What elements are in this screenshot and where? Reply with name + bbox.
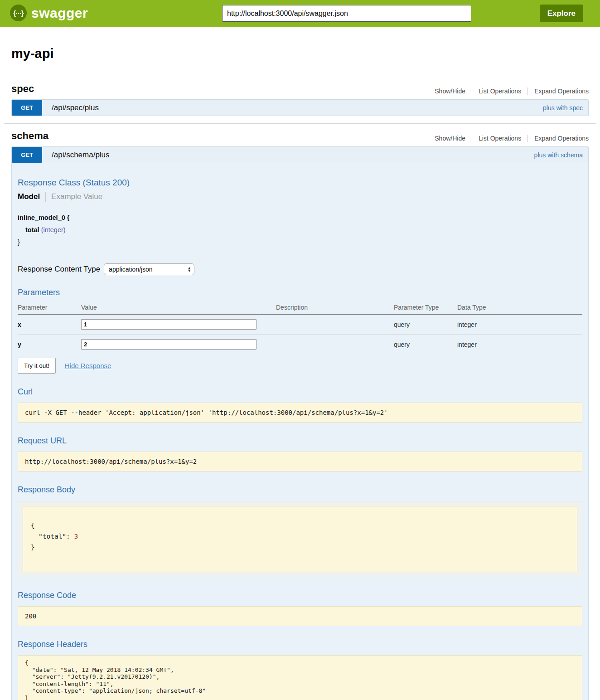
schema-section-header: schema Show/Hide List Operations Expand … [11,130,589,142]
response-headers: { "date": "Sat, 12 May 2018 14:02:34 GMT… [25,659,575,700]
curl-command-box: curl -X GET --header 'Accept: applicatio… [18,403,582,423]
schema-get-method-badge[interactable]: GET [12,147,42,163]
request-url-heading: Request URL [18,436,582,446]
response-body-close: } [31,542,569,553]
param-name-y: y [18,341,21,348]
api-title: my-api [11,46,589,61]
select-arrows-icon: ▲ ▼ [187,267,191,272]
response-code-heading: Response Code [18,591,582,600]
model-prop-name: total [25,226,39,233]
param-type-y: query [394,341,410,348]
col-header-data-type: Data Type [457,301,582,315]
response-content-type-label: Response Content Type [18,265,100,274]
param-type-x: query [394,321,410,328]
spec-list-operations-link[interactable]: List Operations [472,88,527,95]
schema-endpoint-path[interactable]: /api/schema/plus [52,151,110,160]
model-tabs: Model Example Value [18,192,582,202]
param-value-input-y[interactable] [81,339,256,350]
response-body-heading: Response Body [18,485,582,495]
response-content-type-value: application/json [109,266,153,273]
response-headers-heading: Response Headers [18,640,582,649]
request-url: http://localhost:3000/api/schema/plus?x=… [25,458,575,465]
schema-endpoint-summary-link[interactable]: plus with schema [534,151,583,159]
parameters-table: Parameter Value Description Parameter Ty… [18,301,582,354]
response-content-type-select[interactable]: application/json ▲ ▼ [104,263,194,275]
explore-button[interactable]: Explore [540,5,583,22]
col-header-value: Value [81,301,276,315]
model-signature-close: } [18,236,582,248]
model-prop-type: (integer) [41,226,66,233]
tab-model[interactable]: Model [18,192,45,201]
parameters-heading: Parameters [18,288,582,297]
response-body-open: { [31,520,569,531]
operation-panel: Response Class (Status 200) Model Exampl… [11,163,589,700]
try-it-out-button[interactable]: Try it out! [18,358,56,374]
schema-list-operations-link[interactable]: List Operations [472,135,527,142]
spec-section-header: spec Show/Hide List Operations Expand Op… [11,83,589,95]
spec-endpoint-path[interactable]: /api/spec/plus [52,103,99,112]
spec-show-hide-link[interactable]: Show/Hide [428,88,472,95]
param-value-input-x[interactable] [81,319,256,330]
table-row: x query integer [18,315,582,335]
response-code: 200 [25,612,575,620]
col-header-description: Description [276,301,394,315]
spec-url-input[interactable] [222,5,471,22]
response-body-wrap: { "total": 3 } [18,501,582,577]
spec-endpoint-row[interactable]: GET /api/spec/plus plus with spec [11,99,589,116]
swagger-brand[interactable]: {⋯} swagger [10,5,88,21]
swagger-logo-icon: {⋯} [10,5,27,21]
spec-endpoint-summary-link[interactable]: plus with spec [543,104,583,112]
brand-name: swagger [31,5,88,21]
section-divider [4,123,596,124]
spec-get-method-badge[interactable]: GET [12,100,42,116]
response-code-box: 200 [18,606,582,626]
model-signature: inline_model_0 { total (integer) } [18,212,582,248]
spec-section-title[interactable]: spec [11,83,34,95]
request-url-box: http://localhost:3000/api/schema/plus?x=… [18,452,582,472]
response-headers-box: { "date": "Sat, 12 May 2018 14:02:34 GMT… [18,655,582,700]
schema-section-title[interactable]: schema [11,130,48,142]
spec-expand-operations-link[interactable]: Expand Operations [527,88,589,95]
col-header-parameter-type: Parameter Type [394,301,457,315]
top-header-bar: {⋯} swagger Explore [0,0,600,27]
response-body-line: "total": 3 [31,531,569,542]
hide-response-link[interactable]: Hide Response [65,362,111,369]
schema-endpoint-row[interactable]: GET /api/schema/plus plus with schema [11,146,589,163]
param-data-type-x: integer [457,321,477,328]
param-data-type-y: integer [457,341,477,348]
response-class-heading: Response Class (Status 200) [18,178,582,188]
tab-example-value[interactable]: Example Value [46,192,102,201]
schema-show-hide-link[interactable]: Show/Hide [428,135,472,142]
response-body-code: { "total": 3 } [23,506,577,572]
curl-heading: Curl [18,387,582,397]
table-row: y query integer [18,335,582,355]
curl-command: curl -X GET --header 'Accept: applicatio… [25,409,575,416]
col-header-parameter: Parameter [18,301,81,315]
schema-expand-operations-link[interactable]: Expand Operations [527,135,589,142]
model-signature-open: inline_model_0 { [18,212,582,224]
param-name-x: x [18,321,21,328]
